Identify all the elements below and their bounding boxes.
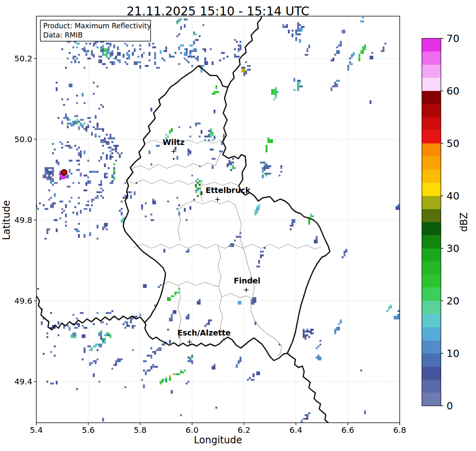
city-label: Ettelbruck — [205, 186, 250, 195]
colorbar-band — [422, 301, 441, 314]
y-tick-label: 50.2 — [14, 54, 32, 63]
colorbar-band — [422, 327, 441, 340]
colorbar: 010203040506070 — [422, 33, 459, 412]
radar-site-dot — [61, 170, 67, 175]
colorbar-band — [422, 117, 441, 130]
x-tick-label: 6.8 — [393, 425, 406, 435]
colorbar-band — [422, 38, 441, 52]
colorbar-band — [422, 52, 441, 65]
colorbar-band — [422, 248, 441, 262]
colorbar-tick-label: 70 — [447, 33, 459, 44]
luxembourg-border — [123, 66, 330, 361]
colorbar-band — [422, 353, 441, 367]
colorbar-band — [422, 91, 441, 104]
colorbar-band — [422, 393, 441, 406]
colorbar-band — [422, 367, 441, 380]
colorbar-tick-label: 10 — [447, 348, 459, 359]
city-ettelbruck: Ettelbruck — [205, 186, 250, 202]
colorbar-band — [422, 78, 441, 91]
colorbar-band — [422, 380, 441, 393]
city-wiltz: Wiltz — [163, 138, 185, 154]
colorbar-band — [422, 314, 441, 327]
colorbar-band — [422, 104, 441, 117]
colorbar-tick-label: 30 — [447, 243, 459, 254]
canton-borders — [127, 140, 321, 357]
city-label: Wiltz — [163, 138, 185, 147]
map-layers — [19, 13, 401, 427]
colorbar-label: dBZ — [458, 212, 470, 232]
data-source-line: Data: RMIB — [43, 31, 83, 39]
colorbar-band — [422, 340, 441, 354]
colorbar-tick-label: 60 — [447, 85, 459, 97]
country-borders — [36, 13, 330, 427]
colorbar-band — [422, 235, 441, 249]
radar-map-canvas: 21.11.2025 15:10 - 15:14 UTC Product: Ma… — [0, 0, 476, 451]
y-tick-label: 50.0 — [14, 134, 32, 144]
y-axis-label: Latitude — [1, 200, 12, 240]
x-axis-ticks: 5.45.65.86.06.26.46.66.8 — [30, 423, 406, 435]
axes-and-colorbar: WiltzEttelbruckFindelEsch/Alzette5.45.65… — [14, 16, 459, 435]
x-tick-label: 5.4 — [30, 425, 43, 435]
x-tick-label: 6.0 — [186, 425, 199, 435]
x-tick-label: 5.8 — [134, 425, 147, 435]
x-tick-label: 6.2 — [237, 425, 250, 435]
belgium-germany-border — [228, 13, 262, 87]
y-tick-label: 49.4 — [14, 377, 32, 386]
radar-echo-cells — [19, 17, 401, 423]
colorbar-band — [422, 65, 441, 78]
colorbar-band — [422, 170, 441, 183]
x-tick-label: 5.6 — [82, 425, 95, 435]
colorbar-tick-label: 40 — [447, 190, 459, 202]
colorbar-tick-label: 50 — [447, 138, 459, 149]
colorbar-band — [422, 288, 441, 301]
colorbar-band — [422, 130, 441, 144]
colorbar-band — [422, 157, 441, 170]
product-info-box: Product: Maximum Reflectivity Data: RMIB — [40, 20, 151, 41]
city-label: Findel — [234, 276, 260, 285]
colorbar-band — [422, 143, 441, 157]
plot-axes: 5.45.65.86.06.26.46.66.849.449.649.850.0… — [14, 16, 406, 435]
city-label: Esch/Alzette — [177, 328, 231, 337]
city-markers: WiltzEttelbruckFindelEsch/Alzette — [163, 138, 260, 344]
colorbar-band — [422, 275, 441, 288]
y-axis-ticks: 49.449.649.850.050.2 — [14, 54, 36, 386]
colorbar-tick-label: 0 — [447, 400, 453, 412]
colorbar-band — [422, 209, 441, 222]
france-germany-border — [287, 353, 330, 427]
city-esch-alzette: Esch/Alzette — [177, 328, 231, 344]
y-tick-label: 49.6 — [14, 296, 32, 306]
colorbar-band — [422, 183, 441, 196]
colorbar-band — [422, 196, 441, 209]
belgium-france-border — [36, 296, 145, 330]
x-tick-label: 6.6 — [342, 425, 354, 435]
x-axis-label: Longitude — [194, 434, 242, 446]
colorbar-band — [422, 262, 441, 275]
y-tick-label: 49.8 — [14, 215, 32, 225]
radar-map-figure: 21.11.2025 15:10 - 15:14 UTC Product: Ma… — [0, 0, 476, 451]
product-line: Product: Maximum Reflectivity — [43, 22, 151, 30]
colorbar-tick-label: 20 — [447, 295, 459, 307]
city-findel: Findel — [234, 276, 260, 292]
x-tick-label: 6.4 — [289, 425, 302, 435]
colorbar-band — [422, 222, 441, 235]
